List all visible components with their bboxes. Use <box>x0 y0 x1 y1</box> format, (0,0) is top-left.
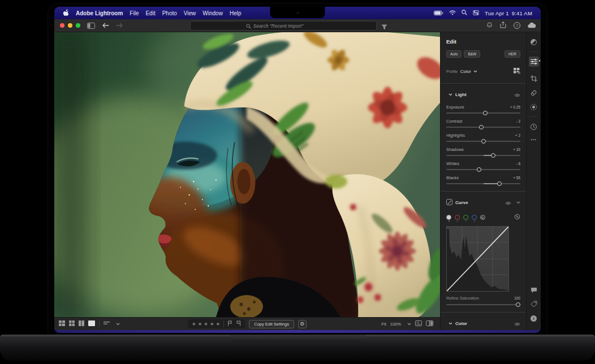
refine-saturation-track[interactable] <box>446 304 520 305</box>
profile-value[interactable]: Color <box>460 69 471 74</box>
menubar-clock[interactable]: Tue Apr 1 9:41 AM <box>485 10 532 16</box>
hdr-button[interactable]: HDR <box>505 50 520 58</box>
slider-track[interactable] <box>446 169 520 170</box>
before-after-icon[interactable] <box>426 320 433 327</box>
close-button[interactable] <box>60 23 64 28</box>
shadows-slider: Shadows+ 33 <box>446 147 520 156</box>
menu-help[interactable]: Help <box>230 10 242 16</box>
chevron-down-icon <box>449 93 452 96</box>
more-icon[interactable]: ••• <box>531 137 537 141</box>
photo-canvas[interactable] <box>54 32 440 317</box>
search-field[interactable] <box>190 21 377 31</box>
slider-track[interactable] <box>446 141 520 142</box>
zoom-level[interactable]: 100% <box>390 322 401 327</box>
spotlight-search-icon[interactable] <box>462 10 467 16</box>
chevron-down-icon[interactable] <box>516 201 520 204</box>
versions-history-icon[interactable] <box>529 122 539 132</box>
light-visibility-eye-icon[interactable] <box>514 89 520 99</box>
curve-visibility-eye-icon[interactable] <box>505 197 511 207</box>
detail-view-icon[interactable] <box>88 320 95 327</box>
sidebar-toggle-icon[interactable] <box>87 23 95 29</box>
slider-track[interactable] <box>446 155 520 156</box>
slider-handle[interactable] <box>491 153 495 158</box>
comments-icon[interactable] <box>529 285 539 295</box>
curve-channel-parametric[interactable] <box>480 215 485 220</box>
search-input[interactable] <box>253 23 321 29</box>
cloud-sync-icon[interactable] <box>528 20 536 31</box>
bottom-toolbar: ★ ★ ★ ★ ★ <box>54 317 440 330</box>
pick-flag-icon[interactable] <box>227 320 232 327</box>
zoom-button[interactable] <box>76 23 80 28</box>
info-overlay-icon[interactable] <box>415 320 422 327</box>
tone-curve-graph[interactable] <box>446 226 509 292</box>
forward-arrow-icon[interactable] <box>116 23 123 28</box>
contrast-slider: Contrast- 2 <box>446 119 520 128</box>
crop-icon[interactable] <box>529 73 539 84</box>
minimize-button[interactable] <box>68 23 72 28</box>
reject-flag-icon[interactable] <box>236 320 241 327</box>
curve-channel-blue[interactable] <box>472 215 477 220</box>
slider-handle[interactable] <box>483 111 488 115</box>
slider-track[interactable] <box>446 183 520 184</box>
keyword-tag-icon[interactable] <box>529 299 539 309</box>
battery-icon[interactable] <box>434 10 443 16</box>
slider-label: Exposure <box>446 105 464 110</box>
lid-scoop <box>230 335 365 342</box>
light-section-title: Light <box>455 92 467 97</box>
curve-section-header[interactable]: Curve <box>446 197 520 207</box>
filter-funnel-icon[interactable] <box>381 22 387 32</box>
profile-chevron-icon[interactable] <box>473 70 477 73</box>
compare-view-icon[interactable] <box>79 320 84 327</box>
star-icon[interactable]: ★ <box>210 322 214 327</box>
slider-handle[interactable] <box>497 181 502 186</box>
notifications-bell-icon[interactable] <box>486 20 493 31</box>
profile-browser-icon[interactable] <box>514 66 520 76</box>
back-arrow-icon[interactable] <box>102 23 109 28</box>
menu-window[interactable]: Window <box>202 10 223 16</box>
color-section-header[interactable]: Color <box>446 318 520 328</box>
slider-track[interactable] <box>446 112 520 114</box>
control-center-icon[interactable] <box>473 10 479 16</box>
edit-sliders-icon[interactable] <box>529 57 539 67</box>
star-rating[interactable]: ★ ★ ★ ★ ★ <box>192 322 220 327</box>
star-icon[interactable]: ★ <box>198 322 202 327</box>
color-visibility-eye-icon[interactable] <box>514 318 520 328</box>
slider-handle[interactable] <box>481 139 486 144</box>
curve-channel-red[interactable] <box>455 215 460 220</box>
star-icon[interactable]: ★ <box>216 322 221 327</box>
tone-adjust-icon[interactable] <box>529 37 539 47</box>
curve-channel-green[interactable] <box>463 215 468 220</box>
auto-button[interactable]: Auto <box>446 50 462 58</box>
photo-grid-view-icon[interactable] <box>59 320 65 327</box>
zoom-chevron-icon[interactable] <box>407 323 411 326</box>
wifi-icon[interactable] <box>449 10 456 16</box>
menubar-app-name[interactable]: Adobe Lightroom <box>76 10 123 16</box>
copy-edit-settings-button[interactable]: Copy Edit Settings <box>249 320 294 328</box>
help-icon[interactable]: ? <box>514 22 520 29</box>
slider-handle[interactable] <box>477 167 481 172</box>
info-icon[interactable]: i <box>529 313 539 323</box>
menu-view[interactable]: View <box>184 10 196 16</box>
curve-target-icon[interactable] <box>514 212 520 222</box>
masking-icon[interactable] <box>529 102 539 112</box>
menubar-left: Adobe Lightroom File Edit Photo View Win… <box>63 9 241 18</box>
menu-edit[interactable]: Edit <box>145 10 155 16</box>
slider-handle[interactable] <box>516 302 520 307</box>
share-icon[interactable] <box>500 20 506 31</box>
apple-menu-icon[interactable] <box>63 9 69 18</box>
sort-chevron-icon[interactable] <box>116 323 120 326</box>
light-section-header[interactable]: Light <box>446 89 520 99</box>
star-icon[interactable]: ★ <box>204 322 208 327</box>
fit-label[interactable]: Fit <box>381 322 386 327</box>
menu-photo[interactable]: Photo <box>162 10 177 16</box>
remove-eraser-icon[interactable] <box>529 88 539 98</box>
sort-icon[interactable] <box>104 321 110 327</box>
square-grid-view-icon[interactable] <box>69 320 75 327</box>
curve-channel-all[interactable] <box>446 215 451 220</box>
menu-file[interactable]: File <box>130 10 139 16</box>
star-icon[interactable]: ★ <box>192 322 196 327</box>
slider-track[interactable] <box>446 127 520 128</box>
bw-button[interactable]: B&W <box>464 50 480 58</box>
slider-handle[interactable] <box>479 125 484 129</box>
settings-gear-icon[interactable]: ⚙ <box>298 320 307 328</box>
